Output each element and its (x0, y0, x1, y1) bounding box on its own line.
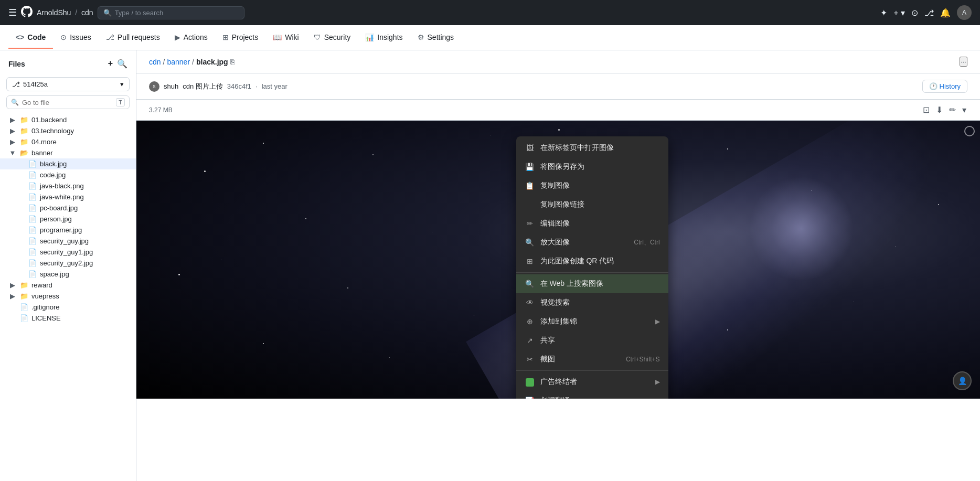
search-bar[interactable]: 🔍 Type / to search (98, 6, 244, 19)
context-copy-image[interactable]: 📋 复制图像 (516, 176, 668, 195)
plus-button[interactable]: + ▾ (893, 8, 905, 18)
user-avatar[interactable]: A (957, 5, 972, 20)
context-save-image[interactable]: 💾 将图像另存为 (516, 157, 668, 176)
adblocker-icon (525, 377, 535, 386)
menu-item-label: 在 Web 上搜索图像 (540, 279, 660, 288)
breadcrumb-folder-link[interactable]: banner (167, 58, 190, 66)
file-name: space.jpg (40, 270, 69, 278)
image-display: 🖼 在新标签页中打开图像 💾 将图像另存为 📋 复制图像 (136, 121, 980, 399)
tree-file-gitignore[interactable]: 📄 .gitignore (0, 302, 136, 313)
repo-link[interactable]: cdn (81, 8, 93, 17)
raw-view-button[interactable]: ⊡ (922, 104, 931, 116)
menu-item-label: 视觉搜索 (540, 298, 660, 307)
hamburger-icon[interactable]: ☰ (8, 7, 17, 18)
tree-file-spacejpg[interactable]: 📄 space.jpg (0, 269, 136, 280)
file-more-button[interactable]: ··· (960, 57, 967, 67)
files-title: Files (8, 60, 25, 68)
tree-file-programerjpg[interactable]: 📄 programer.jpg (0, 225, 136, 236)
context-screenshot[interactable]: ✂ 截图 Ctrl+Shift+S (516, 350, 668, 369)
pull-requests-button[interactable]: ⎇ (924, 8, 934, 18)
commit-hash[interactable]: 346c4f1 (227, 82, 251, 90)
context-open-new-tab[interactable]: 🖼 在新标签页中打开图像 (516, 138, 668, 157)
file-icon: 📄 (28, 270, 37, 278)
context-search-web[interactable]: 🔍 在 Web 上搜索图像 (516, 274, 668, 293)
context-translate[interactable]: 📝 划词翻译 ▶ (516, 391, 668, 399)
context-copy-link[interactable]: 复制图像链接 (516, 195, 668, 214)
file-icon: 📄 (20, 303, 28, 311)
search-files-icon[interactable]: 🔍 (117, 59, 127, 69)
file-header: cdn / banner / black.jpg ⎘ ··· (136, 50, 980, 73)
copilot-button[interactable]: ✦ (880, 8, 887, 18)
context-edit-image[interactable]: ✏ 编辑图像 (516, 214, 668, 233)
tab-projects[interactable]: ⊞ Projects (215, 27, 266, 49)
tab-insights[interactable]: 📊 Insights (358, 27, 410, 49)
context-ad-blocker[interactable]: 广告终结者 ▶ (516, 372, 668, 391)
file-icon: 📄 (28, 248, 37, 256)
tree-file-javablackpng[interactable]: 📄 java-black.png (0, 180, 136, 191)
file-icon: 📄 (28, 226, 37, 234)
branch-icon: ⎇ (12, 80, 20, 88)
context-create-qr[interactable]: ⊞ 为此图像创建 QR 代码 (516, 252, 668, 271)
tree-folder-banner[interactable]: ▼ 📂 banner (0, 147, 136, 158)
copy-icon: 📋 (525, 181, 535, 190)
tree-file-javawhitepng[interactable]: 📄 java-white.png (0, 191, 136, 202)
tree-file-pcboardjpg[interactable]: 📄 pc-board.jpg (0, 202, 136, 213)
inbox-button[interactable]: 🔔 (940, 8, 951, 18)
branch-selector[interactable]: ⎇ 514f25a ▾ (6, 77, 130, 91)
context-share[interactable]: ↗ 共享 (516, 331, 668, 350)
tree-folder-01backend[interactable]: ▶ 📁 01.backend (0, 114, 136, 125)
tab-pull-requests[interactable]: ⎇ Pull requests (99, 27, 167, 49)
add-file-icon[interactable]: + (108, 59, 113, 69)
tree-folder-04more[interactable]: ▶ 📁 04.more (0, 136, 136, 147)
search-icon-small: 🔍 (11, 99, 19, 106)
tab-settings[interactable]: ⚙ Settings (410, 27, 462, 49)
tree-file-blackjpg[interactable]: 📄 black.jpg (0, 158, 136, 169)
tree-folder-03technology[interactable]: ▶ 📁 03.technology (0, 125, 136, 136)
edit-icon: ✏ (525, 219, 535, 228)
edit-button[interactable]: ✏ (948, 104, 957, 116)
tree-folder-reward[interactable]: ▶ 📁 reward (0, 280, 136, 291)
tab-issues[interactable]: ⊙ Issues (53, 27, 98, 49)
tree-file-codejpg[interactable]: 📄 code.jpg (0, 169, 136, 180)
chevron-right-icon: ▶ (8, 281, 17, 289)
file-search-input[interactable] (22, 99, 113, 106)
go-to-file-shortcut: T (116, 98, 125, 106)
file-name: security_guy2.jpg (40, 259, 93, 267)
zoom-icon: 🔍 (525, 238, 535, 247)
tree-file-securityguy2jpg[interactable]: 📄 security_guy2.jpg (0, 258, 136, 269)
file-sidebar: Files + 🔍 ⎇ 514f25a ▾ 🔍 T ▶ 📁 01.backend (0, 50, 136, 481)
breadcrumb-repo-link[interactable]: cdn (149, 58, 161, 66)
copy-path-icon[interactable]: ⎘ (230, 58, 235, 66)
context-zoom-image[interactable]: 🔍 放大图像 Ctrl、Ctrl (516, 233, 668, 252)
tree-file-personjpg[interactable]: 📄 person.jpg (0, 213, 136, 225)
download-button[interactable]: ⬇ (935, 104, 944, 116)
tree-file-license[interactable]: 📄 LICENSE (0, 313, 136, 324)
folder-name: vuepress (31, 292, 59, 300)
folder-name: banner (31, 149, 52, 157)
tree-file-securityguyjpg[interactable]: 📄 security_guy.jpg (0, 236, 136, 247)
file-search-box[interactable]: 🔍 T (6, 95, 130, 109)
file-name: LICENSE (31, 314, 61, 322)
file-size: 3.27 MB (149, 106, 173, 114)
tab-code[interactable]: <> Code (8, 27, 53, 49)
menu-item-label: 广告终结者 (540, 377, 650, 387)
tree-file-securityguy1jpg[interactable]: 📄 security_guy1.jpg (0, 247, 136, 258)
search-web-icon: 🔍 (525, 280, 535, 288)
tree-folder-vuepress[interactable]: ▶ 📁 vuepress (0, 291, 136, 302)
commit-date: · (255, 82, 258, 90)
more-options-button[interactable]: ▾ (961, 104, 967, 116)
user-link[interactable]: ArnoldShu (37, 8, 71, 17)
context-add-collection[interactable]: ⊕ 添加到集锦 ▶ (516, 312, 668, 331)
file-size-value: 3.27 MB (149, 106, 173, 114)
bottom-right-badge[interactable]: 👤 (953, 371, 972, 390)
history-button[interactable]: 🕐 History (922, 80, 967, 93)
badge-icon: 👤 (958, 377, 967, 385)
issues-button[interactable]: ⊙ (911, 8, 918, 18)
chevron-right-icon: ▶ (8, 116, 17, 124)
tab-wiki[interactable]: 📖 Wiki (265, 27, 306, 49)
file-name: code.jpg (40, 171, 66, 179)
context-visual-search[interactable]: 👁 视觉搜索 (516, 293, 668, 312)
tab-actions[interactable]: ▶ Actions (167, 27, 215, 49)
tab-security[interactable]: 🛡 Security (306, 27, 358, 49)
github-logo[interactable] (21, 6, 33, 20)
